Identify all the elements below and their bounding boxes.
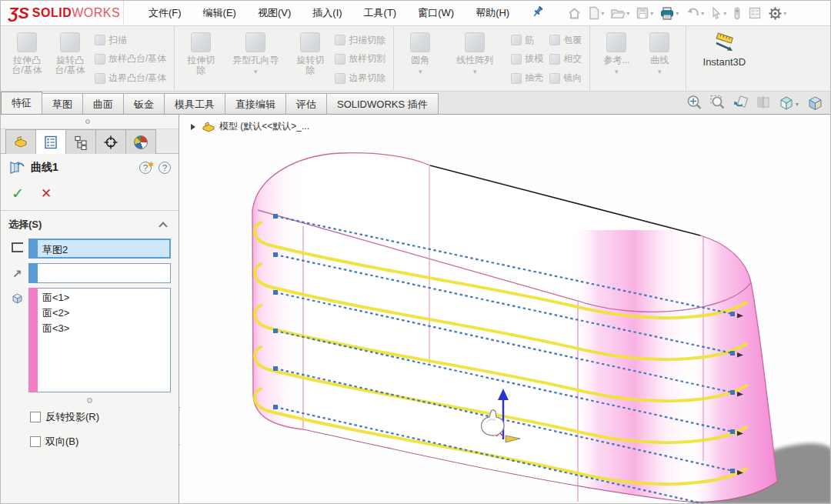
lofted-boss-button[interactable]: 放样凸台/基体	[95, 51, 166, 68]
tab-dimxpert-manager[interactable]	[95, 129, 126, 154]
instant3d-button[interactable]: Instant3D	[691, 29, 757, 89]
save-button[interactable]: ▾	[633, 5, 656, 22]
property-manager-icon	[43, 135, 58, 150]
print-button[interactable]: ▾	[657, 5, 681, 22]
reverse-projection-row: 反转投影(R)	[1, 405, 179, 429]
mirror-button[interactable]: 镜向	[549, 70, 582, 87]
model-body[interactable]	[249, 152, 780, 504]
save-icon	[636, 6, 649, 20]
zoom-fit-icon[interactable]	[686, 94, 703, 112]
dropdown-caret-icon: ▾	[615, 67, 619, 77]
lofted-boss-icon	[95, 54, 105, 65]
tab-configuration-manager[interactable]	[65, 129, 96, 154]
selection-section-label: 选择(S)	[8, 218, 160, 232]
tab-sketch[interactable]: 草图	[42, 93, 83, 114]
sketch-field-value[interactable]: 草图2	[38, 239, 171, 259]
direction-selection-field[interactable]	[28, 263, 171, 283]
selection-section-header[interactable]: 选择(S)	[1, 211, 179, 236]
undo-button[interactable]: ▾	[682, 5, 706, 22]
model-canvas[interactable]	[180, 115, 831, 504]
wrap-button[interactable]: 包覆	[549, 32, 582, 48]
display-style-icon[interactable]	[806, 94, 824, 112]
linear-pattern-button[interactable]: 线性阵列 ▾	[442, 29, 508, 89]
button-label: 参考...	[603, 55, 629, 65]
new-file-button[interactable]: ▾	[586, 5, 606, 22]
fillet-button[interactable]: 圆角 ▾	[399, 29, 442, 89]
sketch-selection-field[interactable]: 草图2	[28, 239, 171, 259]
open-button[interactable]: ▾	[608, 5, 632, 22]
property-manager-panel: 曲线1 ?✱ ? ✓ ✕ 选择(S) 草图2 ↗	[1, 115, 179, 504]
checkbox-label: 反转投影(R)	[45, 410, 99, 424]
zoom-area-icon[interactable]	[709, 94, 726, 112]
tab-feature-manager[interactable]	[5, 129, 36, 154]
swept-boss-button[interactable]: 扫描	[95, 32, 166, 48]
curves-button[interactable]: 曲线 ▾	[638, 29, 681, 89]
tab-solidworks-addins[interactable]: SOLIDWORKS 插件	[326, 93, 439, 114]
faces-selection-list[interactable]: 面<1> 面<2> 面<3>	[28, 288, 171, 392]
property-title: 曲线1	[31, 161, 132, 175]
tab-mold-tools[interactable]: 模具工具	[164, 93, 225, 114]
bidirectional-checkbox[interactable]	[30, 436, 41, 447]
list-resize-grip[interactable]	[87, 398, 92, 403]
tab-evaluate[interactable]: 评估	[285, 93, 327, 114]
menu-tools[interactable]: 工具(T)	[353, 1, 408, 25]
dimxpert-target-icon	[103, 135, 118, 150]
app-logo[interactable]: ƷS SOLID WORKS	[1, 1, 124, 26]
draft-button[interactable]: 拔模	[511, 51, 543, 68]
face-list-item[interactable]: 面<1>	[41, 290, 167, 305]
extruded-cut-button[interactable]: 拉伸切除	[179, 29, 222, 89]
direction-field-value[interactable]	[38, 263, 171, 283]
lofted-cut-button[interactable]: 放样切割	[335, 51, 385, 68]
menu-view[interactable]: 视图(V)	[247, 1, 302, 25]
menu-insert[interactable]: 插入(I)	[302, 1, 352, 25]
reverse-projection-checkbox[interactable]	[30, 412, 41, 422]
collapse-chevron-icon	[159, 222, 167, 230]
help-icon[interactable]: ?	[159, 162, 171, 174]
tree-expand-icon[interactable]	[191, 124, 195, 130]
rib-button[interactable]: 筋	[511, 32, 543, 48]
tab-display-manager[interactable]	[125, 129, 156, 154]
tab-features[interactable]: 特征	[1, 92, 42, 114]
settings-button[interactable]: ▾	[766, 5, 789, 22]
flyout-feature-tree[interactable]: 模型 (默认<<默认>_...	[191, 120, 309, 133]
select-button[interactable]: ▾	[708, 5, 729, 22]
show-hide-button[interactable]	[730, 5, 744, 22]
section-view-icon[interactable]	[755, 94, 773, 112]
panel-top-splitter[interactable]	[1, 115, 179, 129]
menu-file[interactable]: 文件(F)	[138, 1, 192, 25]
face-list[interactable]: 面<1> 面<2> 面<3>	[38, 288, 171, 392]
ok-button[interactable]: ✓	[12, 185, 24, 202]
tab-property-manager[interactable]	[35, 129, 66, 154]
intersect-button[interactable]: 相交	[549, 51, 582, 68]
tab-direct-editing[interactable]: 直接编辑	[225, 93, 286, 114]
view-orientation-icon[interactable]: ▾	[778, 94, 801, 112]
face-cube-icon	[5, 288, 28, 305]
tree-root-label[interactable]: 模型 (默认<<默认>_...	[219, 120, 309, 133]
extruded-boss-button[interactable]: 拉伸凸台/基体	[5, 29, 48, 89]
configurations-icon	[73, 135, 88, 150]
menu-edit[interactable]: 编辑(E)	[192, 1, 247, 25]
pin-menu-button[interactable]	[528, 5, 548, 22]
hole-wizard-button[interactable]: 异型孔向导 ▾	[222, 29, 289, 89]
boundary-cut-button[interactable]: 边界切除	[335, 70, 385, 87]
boundary-boss-button[interactable]: 边界凸台/基体	[95, 70, 166, 87]
tab-surfaces[interactable]: 曲面	[82, 93, 124, 114]
cancel-button[interactable]: ✕	[41, 185, 52, 202]
tab-sheet-metal[interactable]: 钣金	[123, 93, 165, 114]
revolved-cut-button[interactable]: 旋转切除	[289, 29, 332, 89]
revolved-boss-button[interactable]: 旋转凸台/基体	[48, 29, 92, 89]
button-label: Instant3D	[703, 57, 746, 67]
whats-new-help-icon[interactable]: ?✱	[139, 162, 152, 174]
home-button[interactable]	[565, 5, 584, 22]
graphics-area[interactable]: 模型 (默认<<默认>_...	[180, 115, 831, 504]
shell-button[interactable]: 抽壳	[511, 70, 543, 87]
menu-window[interactable]: 窗口(W)	[407, 1, 465, 25]
wrap-icon	[549, 35, 560, 45]
menu-help[interactable]: 帮助(H)	[465, 1, 520, 25]
reference-geometry-button[interactable]: 参考... ▾	[595, 29, 638, 89]
previous-view-icon[interactable]	[732, 94, 749, 112]
swept-cut-button[interactable]: 扫描切除	[335, 32, 385, 48]
face-list-item[interactable]: 面<2>	[41, 305, 167, 321]
properties-button[interactable]	[746, 5, 764, 22]
face-list-item[interactable]: 面<3>	[41, 321, 167, 336]
